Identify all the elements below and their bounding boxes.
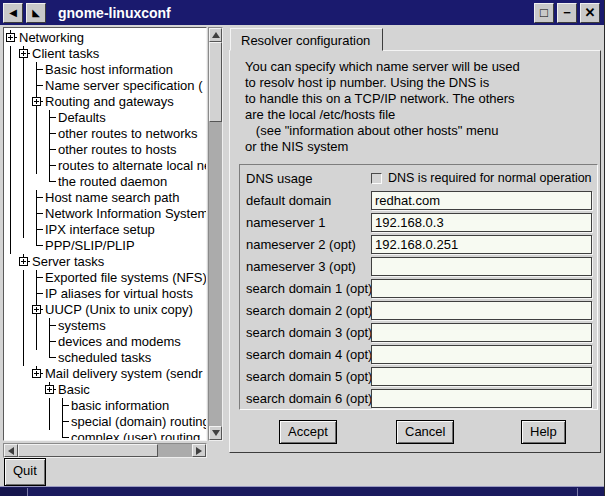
minimize-button[interactable]: − [557,3,577,23]
intro-line: or the NIS system [245,139,520,155]
tree-item[interactable]: UUCP (Unix to unix copy) [4,302,206,318]
tree-item[interactable]: other routes to networks [4,126,206,142]
tree-guide-line [30,334,43,350]
tree-item-label[interactable]: the routed daemon [56,174,167,190]
form-row: search domain 2 (opt) [240,299,597,321]
field-label: search domain 4 (opt) [246,347,371,362]
default-domain-field[interactable] [371,191,592,210]
tab-resolver-configuration[interactable]: Resolver configuration [230,28,383,51]
tree-item[interactable]: Routing and gateways [4,94,206,110]
search-domain-4-opt-field[interactable] [371,345,592,364]
tree-item[interactable]: Name server specification ( [4,78,206,94]
tree-item[interactable]: special (domain) routing [4,414,206,430]
tree-item-label[interactable]: Exported file systems (NFS) [43,270,207,286]
window-back-icon[interactable]: ◀ [3,3,23,23]
cancel-button[interactable]: Cancel [396,420,454,444]
close-button[interactable]: ✕ [580,3,600,23]
tree-item-label[interactable]: Networking [17,30,84,46]
dns-form: DNS usageDNS is required for normal oper… [239,164,598,410]
tree-item-label[interactable]: Name server specification ( [43,78,203,94]
accept-button[interactable]: Accept [279,420,337,444]
checkbox-label[interactable]: DNS is required for normal operation [388,171,592,185]
horizontal-scroll-thumb[interactable] [18,444,158,457]
tree-item[interactable]: systems [4,318,206,334]
quit-button[interactable]: Quit [4,458,46,486]
window-menu-icon[interactable]: ◣ [26,3,46,23]
tree-item[interactable]: IPX interface setup [4,222,206,238]
search-domain-3-opt-field[interactable] [371,323,592,342]
expander-plus-icon[interactable] [32,305,41,314]
tree-horizontal-scrollbar[interactable] [3,443,207,458]
tree-guide-line [4,158,17,174]
tree-item-label[interactable]: IPX interface setup [43,222,155,238]
tree-item[interactable]: IP aliases for virtual hosts [4,286,206,302]
search-domain-1-opt-field[interactable] [371,279,592,298]
tree-item-label[interactable]: complex (user) routing [69,430,200,441]
tree-item-label[interactable]: special (domain) routing [69,414,207,430]
tree-item-label[interactable]: Basic host information [43,62,173,78]
tree-item[interactable]: Networking [4,30,206,46]
expander-plus-icon[interactable] [32,97,41,106]
tree-item[interactable]: Defaults [4,110,206,126]
tree-connector [30,190,43,206]
tree-item-label[interactable]: systems [56,318,106,334]
tree-item-label[interactable]: other routes to networks [56,126,197,142]
tree-item[interactable]: Exported file systems (NFS) [4,270,206,286]
tree-item[interactable]: other routes to hosts [4,142,206,158]
search-domain-6-opt-field[interactable] [371,389,592,408]
tree-item-label[interactable]: Host name search path [43,190,179,206]
tree-item-label[interactable]: UUCP (Unix to unix copy) [43,302,193,318]
tree-item-label[interactable]: Client tasks [30,46,99,62]
nameserver-2-opt-field[interactable] [371,235,592,254]
tree-item[interactable]: Basic host information [4,62,206,78]
tree-item-label[interactable]: Mail delivery system (sendr [43,366,203,382]
tree-item-label[interactable]: routes to alternate local ne [56,158,207,174]
tree-vertical-scrollbar[interactable] [208,27,223,441]
nameserver-1-field[interactable] [371,213,592,232]
search-domain-5-opt-field[interactable] [371,367,592,386]
tree-guide-line [17,366,30,382]
form-row: nameserver 2 (opt) [240,233,597,255]
form-row: search domain 1 (opt) [240,277,597,299]
scroll-right-icon[interactable] [192,444,206,457]
expander-plus-icon[interactable] [45,385,54,394]
tree-item-label[interactable]: other routes to hosts [56,142,177,158]
tree-item[interactable]: Server tasks [4,254,206,270]
tree-item[interactable]: Client tasks [4,46,206,62]
search-domain-2-opt-field[interactable] [371,301,592,320]
tree-item-label[interactable]: basic information [69,398,169,414]
scroll-up-icon[interactable] [209,28,222,42]
tree-item[interactable]: Basic [4,382,206,398]
vertical-scroll-thumb[interactable] [209,42,222,122]
tree-item-label[interactable]: Defaults [56,110,106,126]
tree-item[interactable]: Mail delivery system (sendr [4,366,206,382]
nameserver-3-opt-field[interactable] [371,257,592,276]
tree-item[interactable]: Host name search path [4,190,206,206]
help-button[interactable]: Help [521,420,566,444]
tree-item[interactable]: the routed daemon [4,174,206,190]
tree-item-label[interactable]: Basic [56,382,90,398]
scroll-left-icon[interactable] [4,444,18,457]
tree-item[interactable]: PPP/SLIP/PLIP [4,238,206,254]
tree-item-label[interactable]: devices and modems [56,334,181,350]
expander-plus-icon[interactable] [32,369,41,378]
dns-required-checkbox[interactable] [371,173,382,184]
tree-item-label[interactable]: PPP/SLIP/PLIP [43,238,135,254]
tree-item-label[interactable]: scheduled tasks [56,350,151,366]
expander-plus-icon[interactable] [19,49,28,58]
tree-item-label[interactable]: Routing and gateways [43,94,174,110]
expander-plus-icon[interactable] [6,33,15,42]
tree-item[interactable]: scheduled tasks [4,350,206,366]
tree-guide-line [30,430,43,441]
tree-item[interactable]: basic information [4,398,206,414]
tree-item[interactable]: Network Information System [4,206,206,222]
tree-item[interactable]: routes to alternate local ne [4,158,206,174]
scroll-down-icon[interactable] [209,426,222,440]
tree-item[interactable]: devices and modems [4,334,206,350]
maximize-button[interactable]: □ [534,3,554,23]
expander-plus-icon[interactable] [19,257,28,266]
tree-item[interactable]: complex (user) routing [4,430,206,441]
tree-item-label[interactable]: Network Information System [43,206,207,222]
tree-item-label[interactable]: Server tasks [30,254,104,270]
tree-item-label[interactable]: IP aliases for virtual hosts [43,286,193,302]
